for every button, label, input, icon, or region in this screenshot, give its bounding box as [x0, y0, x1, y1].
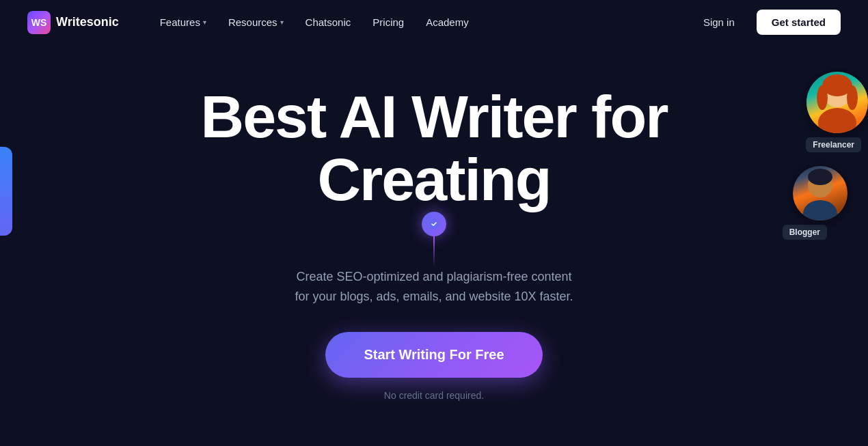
navbar: WS Writesonic Features ▾ Resources ▾ Cha… — [0, 0, 868, 44]
sign-in-button[interactable]: Sign in — [692, 11, 746, 33]
features-chevron-icon: ▾ — [203, 18, 206, 26]
nav-links: Features ▾ Resources ▾ Chatsonic Pricing… — [152, 11, 692, 33]
hero-subtitle: Create SEO-optimized and plagiarism-free… — [295, 267, 573, 307]
get-started-button[interactable]: Get started — [757, 10, 841, 35]
nav-pricing[interactable]: Pricing — [364, 11, 412, 33]
nav-resources[interactable]: Resources ▾ — [220, 11, 292, 33]
nav-chatsonic[interactable]: Chatsonic — [297, 11, 360, 33]
no-credit-card-text: No credit card required. — [384, 390, 484, 401]
logo-text: Writesonic — [56, 15, 119, 29]
nav-right-actions: Sign in Get started — [692, 10, 841, 35]
nav-academy[interactable]: Academy — [418, 11, 477, 33]
logo-link[interactable]: WS Writesonic — [27, 11, 119, 34]
cursor-bubble-icon — [422, 212, 446, 236]
logo-icon: WS — [27, 11, 51, 34]
nav-features[interactable]: Features ▾ — [152, 11, 215, 33]
cursor-decoration — [422, 212, 446, 267]
hero-content: Best AI Writer for Creating Creat — [0, 44, 868, 401]
cursor-line — [433, 236, 435, 267]
cta-start-writing-button[interactable]: Start Writing For Free — [325, 332, 542, 378]
resources-chevron-icon: ▾ — [280, 18, 284, 26]
hero-title: Best AI Writer for Creating — [126, 85, 742, 212]
hero-section: Freelancer Blogger Best AI Writer for Cr… — [0, 44, 868, 401]
